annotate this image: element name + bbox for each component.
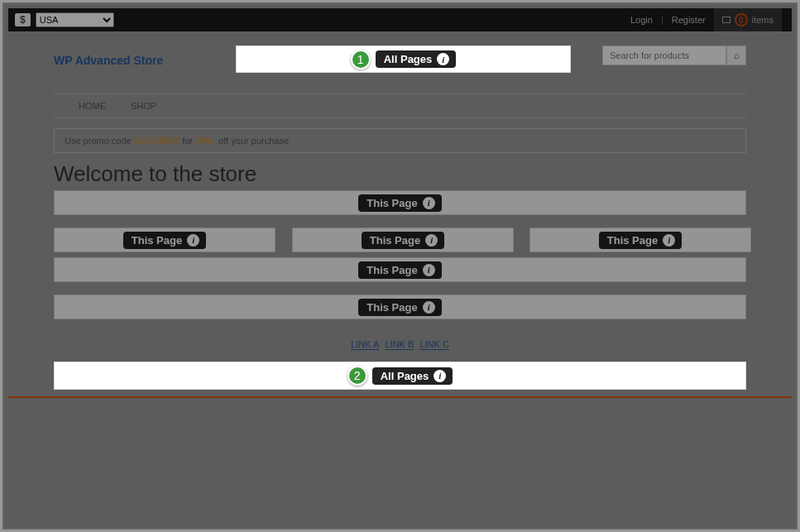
link-b[interactable]: LINK B (385, 339, 414, 350)
footer-divider (8, 396, 792, 398)
this-page-pill[interactable]: This Page i (358, 299, 441, 316)
hero-banner-slot: 1 All Pages i (236, 46, 571, 73)
nav-home[interactable]: HOME (79, 101, 106, 111)
all-pages-pill[interactable]: All Pages i (376, 50, 457, 68)
site-title[interactable]: WP Advanced Store (54, 54, 163, 67)
promo-code: SCADEMO (134, 136, 180, 146)
step-marker-1: 1 (351, 50, 371, 69)
layout-slot-full-3: This Page i (54, 295, 746, 319)
cart-label: items (752, 15, 774, 25)
this-page-pill[interactable]: This Page i (358, 194, 441, 212)
cart-button[interactable]: 0 items (714, 8, 782, 31)
layout-slot-third-2: This Page i (292, 228, 514, 252)
promo-suffix: off your purchase (218, 136, 289, 146)
promo-mid: for (182, 136, 193, 146)
info-icon: i (434, 370, 446, 382)
this-page-pill[interactable]: This Page i (123, 232, 206, 249)
footer-links: LINK A LINK B LINK C (54, 339, 746, 349)
promo-pct: 30% (195, 136, 213, 146)
all-pages-pill[interactable]: All Pages i (372, 367, 453, 385)
layout-slot-footer: 2 All Pages i (54, 362, 746, 390)
layout-slot-third-3: This Page i (529, 228, 751, 252)
this-page-pill[interactable]: This Page i (599, 232, 682, 249)
info-icon: i (425, 234, 438, 247)
info-icon: i (663, 234, 675, 247)
promo-prefix: Use promo code (65, 136, 132, 146)
search-icon: ⌕ (734, 50, 740, 61)
this-page-pill[interactable]: This Page i (362, 232, 444, 249)
layout-slot-full-2: This Page i (54, 257, 746, 282)
main-nav: HOME SHOP (54, 93, 746, 118)
layout-slot-full-1: This Page i (54, 190, 746, 215)
info-icon: i (423, 197, 435, 209)
login-link[interactable]: Login (630, 15, 653, 25)
info-icon: i (437, 53, 449, 65)
currency-selector[interactable]: $ (15, 13, 31, 26)
info-icon: i (423, 264, 435, 276)
link-a[interactable]: LINK A (351, 339, 379, 350)
cart-icon (722, 17, 731, 23)
info-icon: i (423, 301, 435, 314)
link-c[interactable]: LINK C (419, 339, 448, 350)
register-link[interactable]: Register (672, 15, 706, 25)
cart-count: 0 (735, 13, 748, 26)
info-icon: i (187, 234, 199, 247)
divider: | (661, 15, 663, 25)
top-bar: $ USA Login | Register 0 items (8, 8, 792, 31)
search-input[interactable] (602, 46, 726, 65)
promo-bar: Use promo code SCADEMO for 30% off your … (54, 128, 746, 153)
layout-slot-third-1: This Page i (54, 228, 275, 252)
step-marker-2: 2 (347, 366, 367, 386)
search-wrap: ⌕ (602, 46, 746, 65)
this-page-pill[interactable]: This Page i (358, 261, 441, 279)
country-select[interactable]: USA (36, 12, 114, 27)
nav-shop[interactable]: SHOP (131, 101, 156, 111)
page-title: Welcome to the store (54, 161, 256, 187)
search-button[interactable]: ⌕ (726, 46, 746, 65)
